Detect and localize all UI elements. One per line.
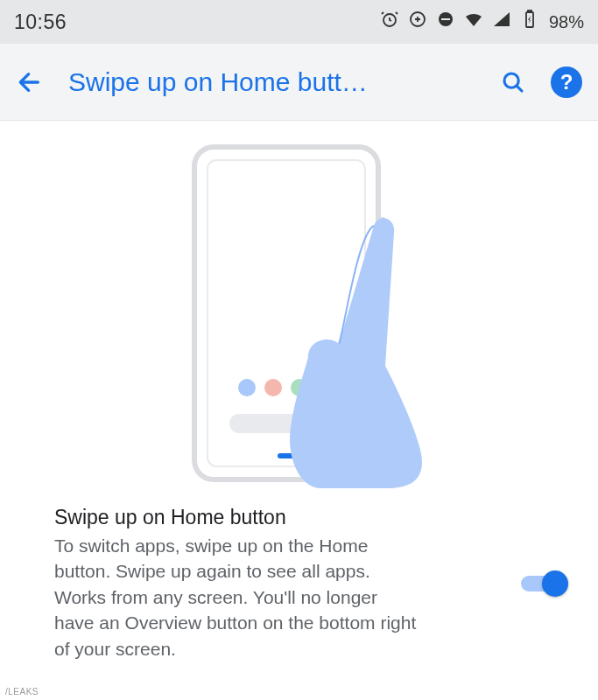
help-icon: ?: [560, 70, 573, 94]
status-bar: 10:56 98%: [0, 0, 598, 44]
app-bar: Swipe up on Home butt… ?: [0, 44, 598, 121]
page-title: Swipe up on Home butt…: [60, 67, 484, 97]
alarm-icon: [379, 9, 400, 35]
back-button[interactable]: [16, 68, 44, 96]
setting-description: To switch apps, swipe up on the Home but…: [54, 533, 422, 662]
setting-text: Swipe up on Home button To switch apps, …: [54, 506, 503, 662]
battery-icon: [519, 9, 540, 35]
search-button[interactable]: [500, 69, 526, 95]
setting-title: Swipe up on Home button: [54, 506, 503, 529]
svg-rect-5: [528, 10, 531, 12]
battery-percentage: 98%: [549, 12, 584, 32]
status-time: 10:56: [14, 10, 67, 34]
status-icons: 98%: [379, 9, 584, 35]
setting-toggle[interactable]: [521, 570, 568, 597]
svg-point-12: [264, 379, 282, 396]
help-button[interactable]: ?: [551, 66, 582, 98]
wifi-icon: [463, 9, 484, 35]
gesture-illustration: [168, 138, 431, 488]
data-saver-icon: [407, 9, 428, 35]
watermark: /LEAKS: [5, 687, 39, 696]
cellular-icon: [491, 9, 512, 35]
setting-row: Swipe up on Home button To switch apps, …: [0, 497, 598, 662]
illustration-container: [0, 121, 598, 497]
svg-point-11: [238, 379, 256, 396]
do-not-disturb-icon: [435, 9, 456, 35]
svg-rect-3: [441, 18, 450, 20]
toggle-thumb: [542, 570, 568, 597]
